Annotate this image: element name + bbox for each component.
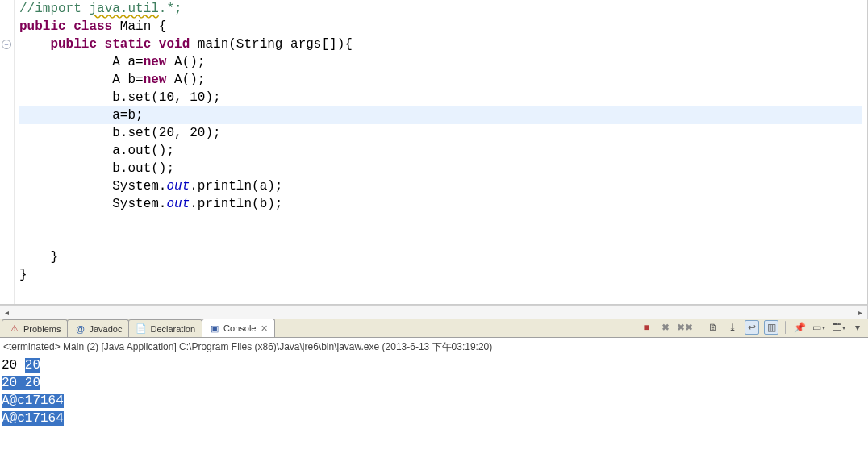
tab-problems[interactable]: ⚠Problems [2, 319, 68, 337]
code-line[interactable]: //import java.util.*; [19, 0, 862, 18]
code-line[interactable]: } [19, 248, 862, 266]
minimize-view-button[interactable]: ▾ [850, 320, 865, 335]
console-output[interactable]: 20 2020 20A@c17164A@c17164 [0, 356, 868, 454]
code-line[interactable]: System.out.println(b); [19, 195, 862, 213]
scroll-track[interactable] [14, 306, 853, 319]
separator-1 [699, 321, 699, 334]
console-line[interactable]: A@c17164 [2, 410, 866, 427]
code-line[interactable]: System.out.println(a); [19, 177, 862, 195]
code-line[interactable] [19, 231, 862, 248]
show-console-button[interactable]: ▥ [764, 320, 778, 335]
open-console-button[interactable]: 🗔 [831, 320, 845, 335]
tab-label: Console [223, 323, 256, 333]
editor-body: − //import java.util.*;public class Main… [0, 0, 867, 305]
console-line[interactable]: 20 20 [2, 356, 866, 374]
code-line[interactable]: a=b; [19, 106, 862, 124]
console-toolbar: ■✖✖✖🗎⤓↩▥📌▭🗔▾ [639, 318, 868, 337]
word-wrap-button[interactable]: ↩ [745, 320, 759, 335]
code-line[interactable]: b.set(10, 10); [19, 89, 862, 106]
tab-console[interactable]: ▣Console✕ [202, 319, 275, 337]
code-line[interactable]: b.set(20, 20); [19, 124, 862, 142]
code-line[interactable]: a.out(); [19, 142, 862, 160]
folding-ruler[interactable]: − [0, 0, 15, 304]
scroll-left-icon[interactable]: ◂ [0, 306, 14, 319]
code-line[interactable]: public class Main { [19, 18, 862, 35]
tab-label: Problems [23, 324, 61, 334]
tab-label: Declaration [150, 324, 195, 334]
fold-toggle-icon[interactable]: − [2, 40, 11, 49]
code-line[interactable] [19, 213, 862, 231]
code-content[interactable]: //import java.util.*;public class Main {… [15, 0, 867, 304]
code-line[interactable]: b.out(); [19, 160, 862, 177]
console-line[interactable]: A@c17164 [2, 392, 866, 410]
console-icon: ▣ [209, 323, 220, 334]
close-icon[interactable]: ✕ [261, 323, 268, 334]
code-line[interactable]: public static void main(String args[]){ [19, 35, 862, 53]
editor-horizontal-scrollbar[interactable]: ◂ ▸ [0, 305, 867, 319]
display-selected-console[interactable]: ▭ [812, 320, 826, 335]
editor-pane: − //import java.util.*;public class Main… [0, 0, 868, 319]
code-line[interactable]: } [19, 266, 862, 284]
code-line[interactable]: A b=new A(); [19, 71, 862, 89]
tab-javadoc[interactable]: @Javadoc [67, 319, 129, 337]
scroll-lock-button[interactable]: ⤓ [725, 320, 740, 335]
separator-2 [785, 321, 786, 334]
remove-all-terminated[interactable]: ✖✖ [678, 320, 692, 335]
scroll-right-icon[interactable]: ▸ [853, 306, 867, 319]
views-tab-bar: ⚠Problems@Javadoc📄Declaration▣Console✕■✖… [0, 319, 868, 338]
pin-console-button[interactable]: 📌 [792, 320, 807, 335]
problems-icon: ⚠ [9, 323, 20, 335]
console-status-line: <terminated> Main (2) [Java Application]… [0, 338, 868, 356]
console-line[interactable]: 20 20 [2, 374, 866, 392]
javadoc-icon: @ [74, 323, 86, 335]
clear-console-button[interactable]: 🗎 [706, 320, 720, 335]
terminate-button[interactable]: ■ [639, 320, 653, 335]
tab-declaration[interactable]: 📄Declaration [128, 319, 202, 337]
code-line[interactable]: A a=new A(); [19, 53, 862, 71]
code-scroll[interactable]: //import java.util.*;public class Main {… [15, 0, 867, 304]
declaration-icon: 📄 [136, 323, 147, 335]
tab-label: Javadoc [89, 324, 122, 334]
remove-launch-button[interactable]: ✖ [658, 320, 673, 335]
